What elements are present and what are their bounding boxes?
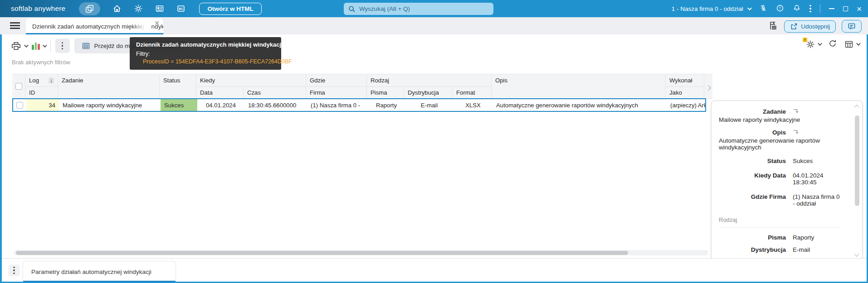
cell-dystrybucja: E-mail [405,99,454,111]
horizontal-scrollbar-thumb[interactable] [16,251,628,255]
bc-icon[interactable]: BC [176,4,185,13]
window-maximize-button[interactable] [843,6,848,11]
toolbar-more-button[interactable] [55,38,70,53]
cell-pisma: Raporty [368,99,405,111]
filter-tooltip: Dziennik zadań automatycznych miękkiej w… [130,37,281,70]
cell-format: XLSX [454,99,493,111]
wrap-arrow-icon[interactable] [793,108,840,115]
microphone-off-icon[interactable] [759,4,767,14]
share-icon [790,23,798,30]
column-header-format[interactable]: Format [453,87,492,99]
svg-text:?: ? [779,6,781,10]
window-close-button[interactable]: × [857,5,862,13]
comments-button[interactable] [842,20,862,33]
open-in-html-button[interactable]: Otwórz w HTML [199,3,261,15]
column-header-firma[interactable]: Firma [306,87,367,99]
search-icon [348,5,356,13]
toolbar-right: ! [806,39,859,49]
help-icon[interactable]: ? [776,4,784,14]
bottom-more-button[interactable] [8,264,20,276]
column-header-jako[interactable]: Jako [666,87,704,99]
cell-zadanie: Mailowe raporty windykacyjne [59,99,161,111]
chevron-right-icon[interactable] [706,85,711,90]
chevron-down-icon [747,6,752,10]
print-button[interactable] [11,41,27,51]
column-header-status[interactable]: Status [160,74,196,99]
more-options-icon [62,42,63,50]
svg-text:BC: BC [179,7,183,10]
company-selector[interactable]: 1 - Nasza firma 0 - oddział [672,5,751,12]
workspaces-icon[interactable] [79,2,100,15]
grid-export-icon [844,40,853,49]
search-input[interactable]: Wyszukaj (Alt + Q) [344,3,493,15]
detail-field-status: Status Sukces [719,158,840,164]
column-header-pisma[interactable]: Pisma [367,87,404,99]
news-icon[interactable] [155,4,164,13]
row-checkbox[interactable] [16,102,23,109]
chart-button[interactable] [32,42,46,50]
column-header-dystrybucja[interactable]: Dystrybucja [404,87,453,99]
detail-field-gdzie-firma: Gdzie Firma (1) Nasza firma 0 - oddział [719,193,840,207]
divider [50,40,51,52]
cell-czas: 18:30:45.6600000 [244,99,307,111]
table-icon [82,42,90,50]
comment-icon [848,22,856,30]
pinned-panels-icon[interactable] [768,21,778,32]
column-header-log[interactable]: Log ↓ [25,74,58,87]
printer-icon [11,41,21,51]
chevron-down-icon [42,43,47,48]
panel-vertical-scrollbar[interactable] [855,115,859,247]
column-header-gdzie[interactable]: Gdzie [306,74,367,87]
horizontal-scrollbar[interactable] [14,250,708,255]
detail-field-pisma: Pisma Raporty [719,234,840,241]
settings-button[interactable]: ! [806,40,821,49]
tooltip-filter-value: ProcessID = 154EDFA4-E3F3-4107-B605-FECA… [136,58,275,65]
cell-status: Sukces [161,99,197,111]
bottom-dock-bar: Parametry działań automatycznej windykac… [2,258,867,282]
sort-desc-icon[interactable]: ↓ [49,77,54,84]
column-header-opis[interactable]: Opis [492,74,666,99]
window-minimize-button[interactable] [829,8,834,9]
refresh-icon [828,39,837,48]
export-grid-button[interactable] [844,40,859,49]
panel-scrollbar-thumb[interactable] [855,115,859,206]
select-all-checkbox[interactable] [15,83,22,90]
chevron-down-icon [818,41,822,46]
select-all-cell [12,74,25,99]
column-header-wykonal[interactable]: Wykonał [666,74,704,87]
tab-text-fade [132,20,151,33]
column-header-id[interactable]: ID [25,87,58,99]
home-icon[interactable] [112,4,122,13]
column-header-rodzaj[interactable]: Rodzaj [367,74,492,87]
detail-field-dystrybucja: Dystrybucja E-mail [719,246,840,253]
hamburger-menu-icon[interactable] [10,22,20,24]
share-button[interactable]: Udostępnij [784,20,836,33]
more-options-icon [13,267,15,274]
detail-field-zadanie: Zadanie Mailowe raporty windykacyjne [719,108,840,123]
record-detail-panel: Zadanie Mailowe raporty windykacyjne Opi… [711,101,863,261]
tooltip-filters-label: Filtry: [136,51,275,57]
search-placeholder: Wyszukaj (Alt + Q) [359,5,410,12]
cell-data: 04.01.2024 [197,99,244,111]
wrap-arrow-icon[interactable] [793,129,840,136]
brightness-icon[interactable] [134,4,143,13]
top-header-bar: softlab anywhere [0,0,868,17]
collapsed-columns-cell [704,74,712,99]
cell-opis: Automatyczne generowanie raportów windyk… [493,99,667,111]
column-header-kiedy[interactable]: Kiedy [196,74,306,87]
tooltip-title: Dziennik zadań automatycznych miękkiej w… [136,41,275,48]
bottom-tab-parametry[interactable]: Parametry działań automatycznej windykac… [23,261,176,282]
refresh-button[interactable] [828,39,837,49]
column-header-data[interactable]: Data [196,87,244,99]
column-header-czas[interactable]: Czas [244,87,306,99]
tab-dziennik-zadan[interactable]: Dziennik zadań automatycznych miękkiej w… [26,19,163,34]
tab-close-icon[interactable]: ✕ [154,20,160,26]
bar-chart-icon [32,42,40,50]
active-filters-status: Brak aktywnych filtrów [12,59,70,66]
log-table-header: Log ↓ Zadanie Status Kiedy Gdzie Rodzaj … [12,74,712,99]
column-header-zadanie[interactable]: Zadanie [58,74,160,99]
table-row[interactable]: 34 Mailowe raporty windykacyjne Sukces 0… [12,98,706,112]
more-options-icon[interactable] [809,5,811,13]
notifications-bell-icon[interactable] [793,4,801,14]
chevron-down-icon [856,41,861,46]
